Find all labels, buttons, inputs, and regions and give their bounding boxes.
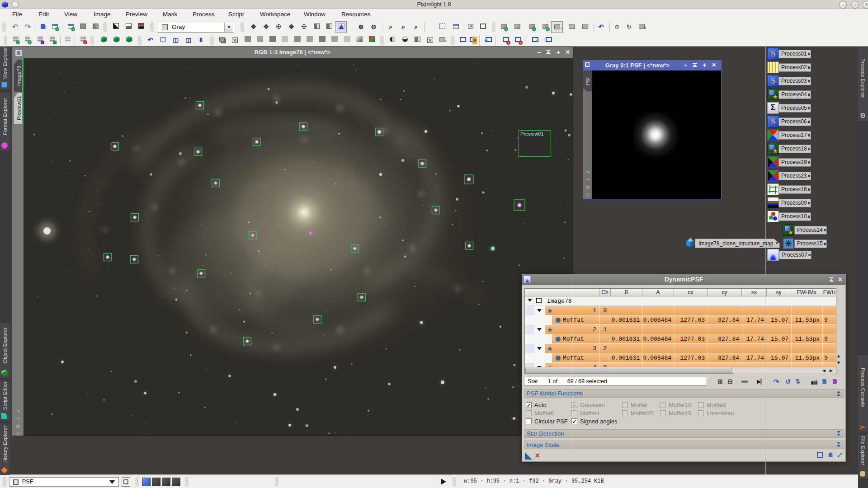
- svg-text:Preview01: Preview01: [520, 131, 543, 136]
